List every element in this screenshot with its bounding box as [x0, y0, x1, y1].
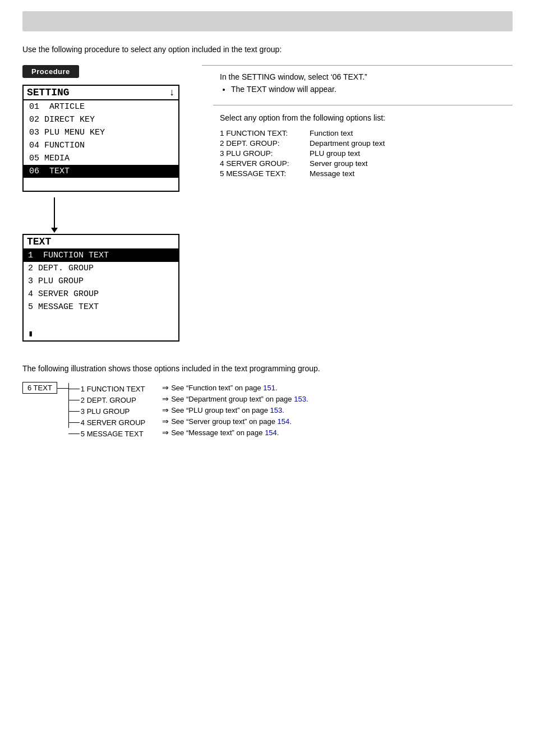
setting-window: SETTING ↓ 01 ARTICLE 02 DIRECT KEY 03 PL…	[22, 85, 179, 192]
text-item-2: 2 DEPT. GROUP	[24, 262, 178, 275]
opt-label-2: 2 DEPT. GROUP:	[220, 139, 310, 147]
text-item-1: 1 FUNCTION TEXT	[24, 249, 178, 262]
setting-item-empty	[24, 178, 178, 191]
arrow-icon-3: ⇒	[162, 405, 169, 414]
opt-value-3: PLU group text	[310, 149, 360, 158]
opt-label-4: 4 SERVER GROUP:	[220, 159, 310, 168]
opt-value-4: Server group text	[310, 159, 368, 168]
bottom-intro: The following illustration shows those o…	[22, 364, 513, 373]
right-step1: In the SETTING window, select ‘06 TEXT.”…	[213, 66, 513, 105]
opt-value-2: Department group text	[310, 139, 385, 147]
link-row-5: ⇒ See “Message text” on page 154.	[162, 427, 308, 438]
setting-item-2: 02 DIRECT KEY	[24, 113, 178, 126]
setting-item-5: 05 MEDIA	[24, 152, 178, 165]
opt-label-5: 5 MESSAGE TEXT:	[220, 169, 310, 178]
setting-item-3: 03 PLU MENU KEY	[24, 126, 178, 139]
link-text-4: See “Server group text” on page 154.	[171, 417, 292, 426]
page-wrapper: Use the following procedure to select an…	[0, 0, 535, 756]
opt-row-3: 3 PLU GROUP: PLU group text	[220, 149, 506, 158]
link-3[interactable]: 153	[270, 406, 283, 414]
text-item-3: 3 PLU GROUP	[24, 275, 178, 288]
procedure-badge: Procedure	[22, 65, 79, 78]
link-text-2: See “Department group text” on page 153.	[171, 395, 308, 403]
link-row-1: ⇒ See “Function text” on page 151.	[162, 382, 308, 393]
link-row-4: ⇒ See “Server group text” on page 154.	[162, 416, 308, 427]
opt-value-5: Message text	[310, 169, 354, 178]
setting-title-row: SETTING ↓	[24, 86, 178, 100]
opt-row-2: 2 DEPT. GROUP: Department group text	[220, 139, 506, 147]
arrow-icon-2: ⇒	[162, 394, 169, 403]
setting-scroll: ↓	[169, 87, 175, 98]
setting-title: SETTING	[27, 87, 70, 98]
text-item-4: 4 SERVER GROUP	[24, 288, 178, 301]
arrow-icon-5: ⇒	[162, 428, 169, 437]
link-2[interactable]: 153	[294, 395, 306, 403]
step1-section: Procedure SETTING ↓ 01 ARTICLE 02 DIRECT…	[22, 65, 513, 342]
arrow-icon-4: ⇒	[162, 417, 169, 426]
text-title-row: TEXT	[24, 235, 178, 249]
text-item-blank	[24, 314, 178, 326]
link-text-1: See “Function text” on page 151.	[171, 384, 277, 392]
step1-bullet-1: The TEXT window will appear.	[231, 85, 506, 94]
arrow-icon-1: ⇒	[162, 383, 169, 392]
link-row-2: ⇒ See “Department group text” on page 15…	[162, 393, 308, 404]
tree-structure: 6 TEXT 1 FUNC	[22, 382, 513, 439]
opt-label-3: 3 PLU GROUP:	[220, 149, 310, 158]
step2-header: Select any option from the following opt…	[220, 113, 506, 122]
setting-item-4: 04 FUNCTION	[24, 139, 178, 152]
intro-text: Use the following procedure to select an…	[22, 45, 513, 54]
opt-label-1: 1 FUNCTION TEXT:	[220, 129, 310, 137]
bottom-illustration: The following illustration shows those o…	[22, 358, 513, 439]
text-window: TEXT 1 FUNCTION TEXT 2 DEPT. GROUP 3 PLU…	[22, 234, 179, 342]
opt-value-1: Function text	[310, 129, 353, 137]
setting-item-6: 06 TEXT	[24, 165, 178, 178]
link-4[interactable]: 154	[278, 417, 290, 426]
branch-label-1: 1 FUNCTION TEXT	[80, 385, 145, 393]
branch-label-5: 5 MESSAGE TEXT	[80, 430, 144, 438]
link-text-3: See “PLU group text” on page 153.	[171, 406, 284, 414]
branch-label-2: 2 DEPT. GROUP	[80, 396, 136, 404]
branch-label-4: 4 SERVER GROUP	[80, 418, 145, 427]
opt-row-1: 1 FUNCTION TEXT: Function text	[220, 129, 506, 137]
tree-root-box: 6 TEXT	[22, 382, 57, 394]
step2-right: Select any option from the following opt…	[213, 105, 513, 187]
link-5[interactable]: 154	[265, 428, 277, 437]
step1-instruction: In the SETTING window, select ‘06 TEXT.”	[220, 72, 506, 81]
step1-right: In the SETTING window, select ‘06 TEXT.”…	[202, 65, 513, 342]
branch-label-3: 3 PLU GROUP	[80, 407, 130, 416]
link-text-5: See “Message text” on page 154.	[171, 428, 279, 437]
step1-bullets: The TEXT window will appear.	[231, 85, 506, 94]
options-table: 1 FUNCTION TEXT: Function text 2 DEPT. G…	[220, 129, 506, 178]
step1-left: Procedure SETTING ↓ 01 ARTICLE 02 DIRECT…	[22, 65, 202, 342]
text-item-5: 5 MESSAGE TEXT	[24, 301, 178, 314]
opt-row-5: 5 MESSAGE TEXT: Message text	[220, 169, 506, 178]
setting-item-1: 01 ARTICLE	[24, 100, 178, 113]
link-row-3: ⇒ See “PLU group text” on page 153.	[162, 404, 308, 416]
right-links-col: ⇒ See “Function text” on page 151. ⇒ See…	[162, 382, 308, 438]
link-1[interactable]: 151	[263, 384, 275, 392]
opt-row-4: 4 SERVER GROUP: Server group text	[220, 159, 506, 168]
cursor-row: ▮	[24, 326, 178, 340]
header-bar	[22, 11, 513, 31]
